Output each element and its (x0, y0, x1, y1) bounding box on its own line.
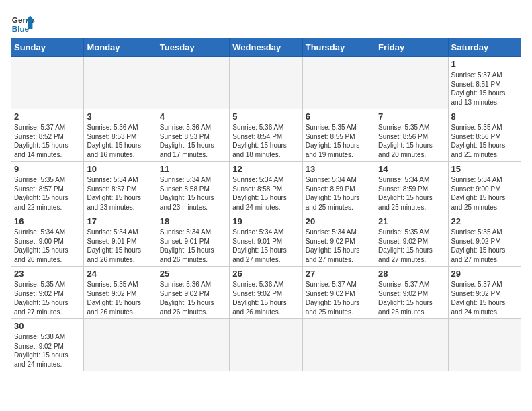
day-info: Sunrise: 5:36 AM Sunset: 9:02 PM Dayligh… (160, 280, 226, 316)
calendar-cell: 2Sunrise: 5:37 AM Sunset: 8:52 PM Daylig… (11, 109, 84, 162)
day-info: Sunrise: 5:34 AM Sunset: 9:01 PM Dayligh… (232, 228, 299, 264)
calendar-cell: 3Sunrise: 5:36 AM Sunset: 8:53 PM Daylig… (84, 109, 157, 162)
weekday-header-sunday: Sunday (11, 38, 84, 57)
weekday-header-thursday: Thursday (302, 38, 375, 57)
calendar-cell (157, 319, 229, 371)
calendar-row: 16Sunrise: 5:34 AM Sunset: 9:00 PM Dayli… (11, 214, 521, 267)
calendar-cell: 22Sunrise: 5:35 AM Sunset: 9:02 PM Dayli… (448, 214, 521, 267)
calendar-cell: 1Sunrise: 5:37 AM Sunset: 8:51 PM Daylig… (448, 57, 521, 109)
calendar-cell (230, 319, 302, 371)
calendar-row: 23Sunrise: 5:35 AM Sunset: 9:02 PM Dayli… (11, 267, 521, 319)
calendar-cell: 30Sunrise: 5:38 AM Sunset: 9:02 PM Dayli… (11, 319, 84, 371)
calendar-cell (84, 57, 157, 109)
calendar-row: 2Sunrise: 5:37 AM Sunset: 8:52 PM Daylig… (11, 109, 521, 162)
day-info: Sunrise: 5:35 AM Sunset: 8:56 PM Dayligh… (378, 123, 445, 159)
calendar-row: 9Sunrise: 5:35 AM Sunset: 8:57 PM Daylig… (11, 162, 521, 214)
day-info: Sunrise: 5:35 AM Sunset: 9:02 PM Dayligh… (451, 228, 518, 264)
header: General Blue (11, 11, 521, 35)
calendar-cell: 10Sunrise: 5:34 AM Sunset: 8:57 PM Dayli… (84, 162, 157, 214)
calendar-table: SundayMondayTuesdayWednesdayThursdayFrid… (11, 38, 521, 371)
day-number: 21 (378, 216, 445, 226)
calendar-cell: 28Sunrise: 5:37 AM Sunset: 9:02 PM Dayli… (375, 267, 448, 319)
day-info: Sunrise: 5:34 AM Sunset: 8:58 PM Dayligh… (232, 175, 299, 212)
day-number: 13 (306, 164, 372, 174)
calendar-cell (230, 57, 302, 109)
calendar-cell (11, 57, 84, 109)
calendar-cell: 21Sunrise: 5:35 AM Sunset: 9:02 PM Dayli… (375, 214, 448, 267)
day-number: 6 (306, 111, 372, 122)
calendar-cell: 29Sunrise: 5:37 AM Sunset: 9:02 PM Dayli… (448, 267, 521, 319)
weekday-header-friday: Friday (375, 38, 448, 57)
calendar-cell: 12Sunrise: 5:34 AM Sunset: 8:58 PM Dayli… (230, 162, 302, 214)
day-number: 24 (87, 269, 153, 279)
day-number: 18 (160, 216, 226, 226)
calendar-cell: 26Sunrise: 5:36 AM Sunset: 9:02 PM Dayli… (230, 267, 302, 319)
calendar-cell: 17Sunrise: 5:34 AM Sunset: 9:01 PM Dayli… (84, 214, 157, 267)
day-number: 3 (87, 111, 153, 122)
day-info: Sunrise: 5:34 AM Sunset: 9:01 PM Dayligh… (160, 228, 226, 264)
day-number: 15 (451, 164, 518, 174)
day-number: 26 (232, 269, 299, 279)
day-number: 7 (378, 111, 445, 122)
calendar-row: 1Sunrise: 5:37 AM Sunset: 8:51 PM Daylig… (11, 57, 521, 109)
calendar-cell: 24Sunrise: 5:35 AM Sunset: 9:02 PM Dayli… (84, 267, 157, 319)
day-info: Sunrise: 5:35 AM Sunset: 8:55 PM Dayligh… (306, 123, 372, 159)
day-number: 28 (378, 269, 445, 279)
day-info: Sunrise: 5:35 AM Sunset: 8:57 PM Dayligh… (14, 175, 81, 212)
day-info: Sunrise: 5:37 AM Sunset: 8:51 PM Dayligh… (451, 71, 518, 107)
calendar-cell: 20Sunrise: 5:34 AM Sunset: 9:02 PM Dayli… (302, 214, 375, 267)
svg-text:Blue: Blue (12, 24, 30, 33)
day-number: 2 (14, 111, 81, 122)
calendar-cell (302, 319, 375, 371)
calendar-cell: 16Sunrise: 5:34 AM Sunset: 9:00 PM Dayli… (11, 214, 84, 267)
calendar-cell: 9Sunrise: 5:35 AM Sunset: 8:57 PM Daylig… (11, 162, 84, 214)
day-number: 11 (160, 164, 226, 174)
day-info: Sunrise: 5:37 AM Sunset: 8:52 PM Dayligh… (14, 123, 81, 159)
day-info: Sunrise: 5:37 AM Sunset: 9:02 PM Dayligh… (306, 280, 372, 316)
calendar-cell: 4Sunrise: 5:36 AM Sunset: 8:53 PM Daylig… (157, 109, 229, 162)
day-info: Sunrise: 5:35 AM Sunset: 9:02 PM Dayligh… (87, 280, 153, 316)
day-number: 17 (87, 216, 153, 226)
calendar-cell: 15Sunrise: 5:34 AM Sunset: 9:00 PM Dayli… (448, 162, 521, 214)
weekday-header-wednesday: Wednesday (230, 38, 302, 57)
day-info: Sunrise: 5:35 AM Sunset: 8:56 PM Dayligh… (451, 123, 518, 159)
day-number: 30 (14, 321, 81, 331)
calendar-cell (375, 57, 448, 109)
day-number: 9 (14, 164, 81, 174)
calendar-cell: 6Sunrise: 5:35 AM Sunset: 8:55 PM Daylig… (302, 109, 375, 162)
day-info: Sunrise: 5:35 AM Sunset: 9:02 PM Dayligh… (14, 280, 81, 316)
day-number: 25 (160, 269, 226, 279)
weekday-header-tuesday: Tuesday (157, 38, 229, 57)
day-info: Sunrise: 5:34 AM Sunset: 9:02 PM Dayligh… (306, 228, 372, 264)
day-number: 20 (306, 216, 372, 226)
calendar-cell: 18Sunrise: 5:34 AM Sunset: 9:01 PM Dayli… (157, 214, 229, 267)
logo: General Blue (11, 11, 35, 35)
day-number: 27 (306, 269, 372, 279)
weekday-header-monday: Monday (84, 38, 157, 57)
day-info: Sunrise: 5:34 AM Sunset: 8:59 PM Dayligh… (378, 175, 445, 212)
day-info: Sunrise: 5:34 AM Sunset: 8:57 PM Dayligh… (87, 175, 153, 212)
day-number: 4 (160, 111, 226, 122)
calendar-cell: 27Sunrise: 5:37 AM Sunset: 9:02 PM Dayli… (302, 267, 375, 319)
day-number: 1 (451, 59, 518, 69)
calendar-cell: 23Sunrise: 5:35 AM Sunset: 9:02 PM Dayli… (11, 267, 84, 319)
day-number: 23 (14, 269, 81, 279)
day-info: Sunrise: 5:34 AM Sunset: 8:58 PM Dayligh… (160, 175, 226, 212)
day-info: Sunrise: 5:36 AM Sunset: 8:53 PM Dayligh… (160, 123, 226, 159)
day-info: Sunrise: 5:36 AM Sunset: 9:02 PM Dayligh… (232, 280, 299, 316)
day-info: Sunrise: 5:37 AM Sunset: 9:02 PM Dayligh… (451, 280, 518, 316)
calendar-cell: 8Sunrise: 5:35 AM Sunset: 8:56 PM Daylig… (448, 109, 521, 162)
calendar-cell (448, 319, 521, 371)
day-info: Sunrise: 5:38 AM Sunset: 9:02 PM Dayligh… (14, 332, 81, 369)
day-number: 8 (451, 111, 518, 122)
day-number: 10 (87, 164, 153, 174)
day-number: 16 (14, 216, 81, 226)
day-info: Sunrise: 5:34 AM Sunset: 8:59 PM Dayligh… (306, 175, 372, 212)
calendar-cell: 7Sunrise: 5:35 AM Sunset: 8:56 PM Daylig… (375, 109, 448, 162)
day-info: Sunrise: 5:35 AM Sunset: 9:02 PM Dayligh… (378, 228, 445, 264)
day-number: 19 (232, 216, 299, 226)
calendar-cell: 19Sunrise: 5:34 AM Sunset: 9:01 PM Dayli… (230, 214, 302, 267)
day-info: Sunrise: 5:36 AM Sunset: 8:53 PM Dayligh… (87, 123, 153, 159)
calendar-row: 30Sunrise: 5:38 AM Sunset: 9:02 PM Dayli… (11, 319, 521, 371)
day-number: 12 (232, 164, 299, 174)
